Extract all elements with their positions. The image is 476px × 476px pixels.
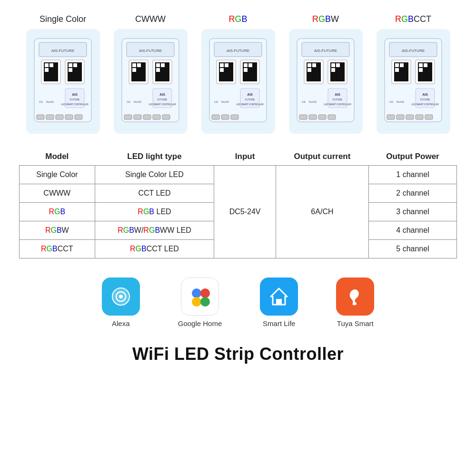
table-section: Model LED light type Input Output curren… [0,143,476,263]
led-type-single-color: Single Color LED [95,166,214,184]
product-img-rgb: AIS-FUTURE CE RoHS AIS FUTURE LED [201,29,275,134]
svg-rect-40 [153,115,160,119]
svg-rect-79 [307,68,311,72]
svg-point-123 [200,297,210,307]
smart-life-icon [260,278,298,316]
svg-rect-17 [75,115,82,119]
app-smart-life: Smart Life [260,278,298,327]
svg-rect-7 [45,63,49,67]
input-cell: DC5-24V [214,166,276,258]
svg-rect-10 [69,63,72,67]
table-row: Single Color Single Color LED DC5-24V 6A… [20,166,457,184]
svg-rect-15 [56,115,63,119]
svg-text:AIS-FUTURE: AIS-FUTURE [402,49,425,53]
col-header-output-power: Output Power [369,148,457,166]
channel-rgbw: 4 channel [369,221,457,240]
app-tuya-smart: Tuya Smart [336,278,374,327]
product-rgbw: RGBW AIS-FUTURE CE [285,14,366,134]
svg-text:AIS: AIS [159,93,165,96]
channel-single-color: 1 channel [369,166,457,184]
svg-rect-125 [276,299,282,305]
col-header-input: Input [214,148,276,166]
svg-rect-80 [331,63,335,67]
led-type-rgb: RGB LED [95,203,214,221]
product-label-rgbw: RGBW [312,14,339,24]
svg-text:LED SMART CONTROLLER: LED SMART CONTROLLER [149,103,176,106]
svg-text:RoHS: RoHS [134,100,141,103]
product-label-single-color: Single Color [40,14,86,24]
svg-text:LED SMART CONTROLLER: LED SMART CONTROLLER [324,103,351,106]
svg-text:FUTURE: FUTURE [333,98,343,101]
apps-section: Alexa Google Home Smart Life [0,263,476,335]
alexa-icon [102,278,140,316]
svg-text:LED SMART CONTROLLER: LED SMART CONTROLLER [61,103,89,106]
svg-rect-107 [397,115,404,119]
svg-rect-105 [419,68,423,72]
model-single-color: Single Color [20,166,95,184]
svg-text:RoHS: RoHS [309,100,317,103]
svg-rect-103 [419,63,423,67]
product-img-rgbw: AIS-FUTURE CE RoHS AIS FUTURE [289,29,363,134]
svg-text:RoHS: RoHS [46,100,54,103]
svg-rect-31 [132,63,136,67]
svg-text:FUTURE: FUTURE [158,98,168,101]
svg-rect-14 [46,115,54,119]
svg-rect-33 [132,68,136,72]
channel-rgbcct: 5 channel [369,240,457,258]
svg-rect-55 [220,63,224,67]
svg-text:AIS-FUTURE: AIS-FUTURE [227,49,249,53]
svg-text:CE: CE [214,100,218,103]
svg-text:RoHS: RoHS [397,100,404,103]
svg-rect-59 [248,63,252,67]
product-rgbcct: RGBCCT AIS-FUTURE [373,14,454,134]
svg-rect-63 [231,115,238,119]
svg-rect-84 [309,115,317,119]
svg-rect-36 [156,68,160,72]
model-rgbw: RGBW [20,221,95,240]
col-header-led-type: LED light type [95,148,214,166]
channel-rgb: 3 channel [369,203,457,221]
channel-cwww: 2 channel [369,184,457,203]
svg-rect-11 [73,63,77,67]
svg-rect-57 [220,68,224,72]
google-home-label: Google Home [178,319,222,327]
svg-rect-12 [69,68,72,72]
svg-text:AIS-FUTURE: AIS-FUTURE [139,49,162,53]
product-img-cwww: AIS-FUTURE CE RoHS AIS F [114,29,188,134]
svg-rect-109 [416,115,423,119]
svg-rect-81 [336,63,340,67]
svg-rect-37 [124,115,132,119]
smart-life-label: Smart Life [263,319,295,327]
svg-rect-13 [37,115,44,119]
svg-rect-61 [212,115,219,119]
svg-rect-32 [137,63,141,67]
svg-text:AIS: AIS [72,93,78,96]
svg-rect-100 [395,63,399,67]
svg-text:FUTURE: FUTURE [245,98,255,101]
col-header-output-current: Output current [276,148,368,166]
svg-text:FUTURE: FUTURE [70,98,80,101]
svg-rect-56 [225,63,228,67]
svg-text:AIS: AIS [247,93,253,96]
svg-rect-38 [134,115,141,119]
svg-point-121 [200,288,210,298]
tuya-smart-icon [336,278,374,316]
svg-rect-78 [312,63,316,67]
svg-text:CE: CE [39,100,43,103]
svg-rect-77 [307,63,311,67]
svg-text:CE: CE [389,100,393,103]
product-label-rgbcct: RGBCCT [395,14,431,24]
svg-rect-9 [45,68,49,72]
product-cwww: CWWW AIS-FUTURE CE [110,14,191,134]
led-type-cwww: CCT LED [95,184,214,203]
svg-text:RoHS: RoHS [221,100,229,103]
svg-text:FUTURE: FUTURE [420,98,430,101]
svg-rect-104 [424,63,427,67]
svg-rect-106 [387,115,395,119]
led-type-rgbcct: RGBCCT LED [95,240,214,258]
svg-rect-62 [221,115,229,119]
output-current-cell: 6A/CH [276,166,368,258]
svg-point-119 [119,295,123,298]
product-rgb: RGB AIS-FUTURE CE RoHS [198,14,278,134]
svg-text:CE: CE [302,100,306,103]
